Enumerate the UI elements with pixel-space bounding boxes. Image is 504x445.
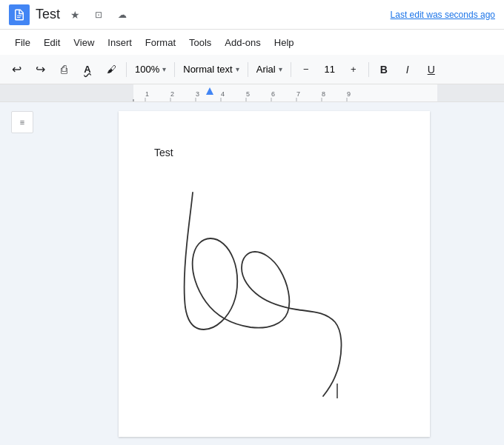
undo-button[interactable]: ↩ xyxy=(6,59,27,80)
star-icon[interactable]: ★ xyxy=(66,6,84,24)
svg-text:3: 3 xyxy=(196,90,199,98)
outline-button[interactable]: ≡ xyxy=(11,111,33,133)
text-style-chevron: ▾ xyxy=(236,65,239,73)
svg-marker-21 xyxy=(206,87,213,95)
zoom-chevron: ▾ xyxy=(162,65,166,73)
redo-button[interactable]: ↪ xyxy=(30,59,50,80)
document-body-text: Test xyxy=(154,147,394,158)
menu-help[interactable]: Help xyxy=(268,34,300,51)
menu-tools[interactable]: Tools xyxy=(183,34,217,51)
svg-rect-1 xyxy=(17,17,21,18)
svg-text:9: 9 xyxy=(347,90,351,98)
toolbar: ↩ ↪ ⎙ A 🖌 100% ▾ Normal text ▾ Arial ▾ −… xyxy=(0,55,504,84)
svg-rect-0 xyxy=(17,15,21,16)
svg-text:4: 4 xyxy=(221,90,225,98)
zoom-selector[interactable]: 100% ▾ xyxy=(131,59,170,80)
menu-insert[interactable]: Insert xyxy=(102,34,138,51)
text-style-selector[interactable]: Normal text ▾ xyxy=(179,59,242,80)
paint-format-button[interactable]: 🖌 xyxy=(101,59,122,80)
italic-button[interactable]: I xyxy=(397,59,418,80)
spellcheck-button[interactable]: A xyxy=(77,59,98,80)
sidebar: ≡ xyxy=(0,102,44,445)
divider-5 xyxy=(368,62,369,77)
menu-addons[interactable]: Add-ons xyxy=(219,34,266,51)
menu-view[interactable]: View xyxy=(67,34,100,51)
print-button[interactable]: ⎙ xyxy=(53,59,74,80)
font-chevron: ▾ xyxy=(279,65,282,73)
divider-2 xyxy=(174,62,175,77)
svg-text:8: 8 xyxy=(322,90,325,98)
content-area: ≡ Test xyxy=(0,102,504,445)
divider-4 xyxy=(291,62,291,77)
ruler-marks: 1 2 3 4 5 6 7 8 9 xyxy=(0,84,504,101)
svg-text:5: 5 xyxy=(246,90,250,98)
title-icon-group: ★ ⊡ ☁ xyxy=(66,6,131,24)
ruler: 1 2 3 4 5 6 7 8 9 xyxy=(0,84,504,102)
font-size-control: − + xyxy=(296,59,364,80)
menu-edit[interactable]: Edit xyxy=(38,34,66,51)
font-size-decrease-button[interactable]: − xyxy=(296,59,316,80)
title-bar: Test ★ ⊡ ☁ Last edit was seconds ago xyxy=(0,0,504,30)
svg-text:2: 2 xyxy=(170,90,174,98)
menu-bar: File Edit View Insert Format Tools Add-o… xyxy=(0,30,504,55)
underline-button[interactable]: U xyxy=(421,59,442,80)
svg-text:6: 6 xyxy=(271,90,275,98)
last-edit-status[interactable]: Last edit was seconds ago xyxy=(391,10,495,20)
font-selector[interactable]: Arial ▾ xyxy=(253,59,286,80)
signature-drawing xyxy=(148,185,400,407)
google-docs-icon xyxy=(9,4,30,25)
document-title[interactable]: Test xyxy=(36,7,60,22)
menu-format[interactable]: Format xyxy=(139,34,182,51)
svg-text:1: 1 xyxy=(145,90,149,98)
font-size-increase-button[interactable]: + xyxy=(343,59,364,80)
divider-3 xyxy=(248,62,248,77)
divider-1 xyxy=(126,62,127,77)
drive-icon[interactable]: ⊡ xyxy=(90,6,107,24)
document-container: Test xyxy=(44,102,504,445)
cloud-icon[interactable]: ☁ xyxy=(113,6,131,24)
bold-button[interactable]: B xyxy=(374,59,394,80)
svg-text:7: 7 xyxy=(296,90,300,98)
menu-file[interactable]: File xyxy=(9,34,36,51)
font-size-input[interactable] xyxy=(318,64,342,75)
document-page[interactable]: Test xyxy=(119,111,430,437)
